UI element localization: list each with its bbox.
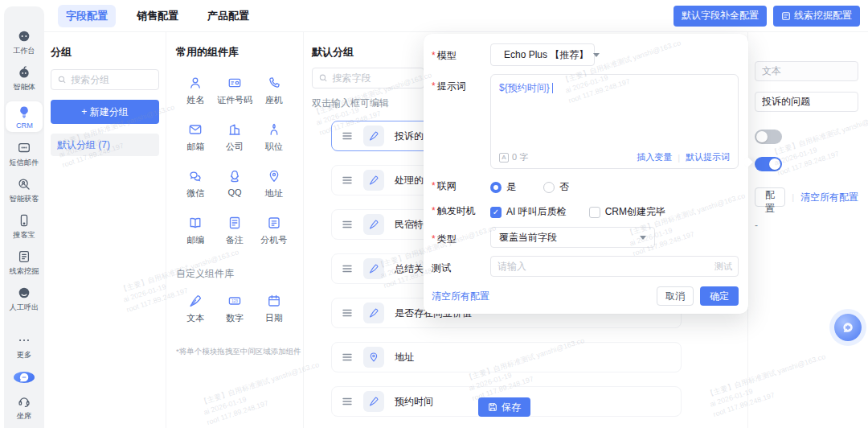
field-search-input[interactable] (332, 72, 417, 84)
component-note[interactable]: 备注 (215, 216, 255, 246)
lead-mining-config-button[interactable]: 线索挖掘配置 (773, 6, 860, 27)
tab-product-config[interactable]: 产品配置 (199, 5, 257, 27)
sidebar-item-more[interactable]: 更多 (6, 333, 43, 360)
char-count-icon: A (499, 153, 509, 163)
text-cursor (552, 83, 553, 93)
component-email[interactable]: 邮箱 (176, 122, 215, 153)
component-label: QQ (227, 187, 241, 197)
component-date[interactable]: 日期 (254, 294, 293, 324)
component-text[interactable]: 文本 (176, 294, 215, 324)
pen-icon (368, 130, 379, 142)
component-label: 文本 (186, 312, 204, 324)
network-row: *联网 是 否 (432, 177, 739, 194)
field-config-dialog: *模型 Echo Plus 【推荐】 *提示词 ${预约时间} A 0 字 插入… (424, 34, 748, 314)
type-select[interactable]: 覆盖当前字段 (490, 227, 655, 248)
drag-handle-icon[interactable] (342, 264, 353, 274)
dialog-clear-all-link[interactable]: 清空所有配置 (432, 290, 489, 303)
component-label: 邮箱 (186, 141, 204, 153)
sidebar-item-workbench[interactable]: 工作台 (6, 29, 43, 56)
component-address[interactable]: 地址 (254, 169, 293, 200)
test-input[interactable] (490, 256, 739, 277)
workbench-icon (17, 29, 31, 43)
field-detail-panel: 配置 | 清空所有配置 - (747, 32, 868, 428)
component-label: 座机 (265, 94, 283, 106)
component-idcard[interactable]: 证件号码 (215, 76, 255, 106)
toggle-off[interactable] (755, 130, 782, 144)
component-name[interactable]: 姓名 (176, 76, 215, 106)
sidebar-item-seat[interactable]: 坐席 (6, 394, 43, 422)
tab-field-config[interactable]: 字段配置 (58, 5, 116, 27)
component-landline[interactable]: 座机 (254, 76, 293, 106)
trigger-options: AI 呼叫后质检 CRM创建完毕 (490, 202, 665, 219)
trigger-option-ai-qc[interactable]: AI 呼叫后质检 (490, 205, 567, 219)
pen-icon (368, 175, 379, 186)
component-label: 公司 (226, 141, 244, 153)
drag-hint-text: *将单个模块拖拽至中间区域添加组件 (176, 347, 293, 357)
component-postcode[interactable]: 邮编 (176, 216, 215, 246)
custom-components-grid: 文本 123 数字 日期 (176, 294, 293, 324)
sidebar-item-soukebao[interactable]: 搜客宝 (6, 213, 43, 241)
toggle-on[interactable] (755, 157, 782, 171)
tab-sales-config[interactable]: 销售配置 (129, 5, 186, 27)
default-prompt-link[interactable]: 默认提示词 (686, 151, 730, 163)
component-label: 数字 (226, 312, 244, 324)
idcard-icon (227, 76, 242, 90)
save-button-label: 保存 (502, 401, 521, 414)
component-wechat[interactable]: 微信 (176, 169, 215, 200)
insert-variable-link[interactable]: 插入变量 (637, 151, 672, 163)
drag-handle-icon[interactable] (342, 175, 353, 185)
trigger-option-crm-created[interactable]: CRM创建完毕 (589, 205, 665, 219)
group-search-input[interactable] (71, 74, 152, 85)
component-label: 分机号 (260, 234, 287, 246)
test-action[interactable]: 测试 (714, 261, 732, 273)
configure-button[interactable]: 配置 (755, 187, 785, 207)
chevron-down-icon (640, 236, 646, 240)
new-group-button[interactable]: + 新建分组 (51, 100, 159, 124)
sidebar-item-callout[interactable]: 人工呼出 (6, 286, 43, 313)
sidebar-item-acquisition[interactable]: 智能获客 (6, 177, 43, 204)
prompt-textarea[interactable]: ${预约时间} A 0 字 插入变量 | 默认提示词 (490, 74, 739, 169)
model-label: *模型 (432, 43, 490, 66)
clear-all-config-link[interactable]: 清空所有配置 (800, 191, 858, 204)
field-row-address[interactable]: 地址 (331, 342, 682, 372)
group-item-default[interactable]: 默认分组 (7) (51, 134, 159, 156)
sidebar-item-agent[interactable]: 智能体 (6, 65, 43, 93)
field-search[interactable] (312, 68, 424, 88)
sidebar-item-crm[interactable]: CRM (6, 101, 43, 132)
sidebar-item-sms[interactable]: 短信邮件 (6, 141, 43, 168)
component-number[interactable]: 123 数字 (215, 294, 255, 324)
group-search[interactable] (51, 69, 159, 90)
chat-assistant-button[interactable] (14, 372, 35, 383)
model-select[interactable]: Echo Plus 【推荐】 (490, 43, 595, 66)
pen-icon (368, 396, 379, 407)
drag-handle-icon[interactable] (342, 220, 353, 229)
sidebar-label: 智能获客 (10, 194, 39, 204)
component-qq[interactable]: QQ (215, 169, 255, 200)
trigger-row: *触发时机 AI 呼叫后质检 CRM创建完毕 (432, 202, 739, 219)
agent-icon (17, 65, 31, 80)
field-name-input[interactable] (755, 92, 858, 112)
drag-handle-icon[interactable] (342, 352, 353, 362)
default-field-completion-button[interactable]: 默认字段补全配置 (674, 6, 767, 27)
save-button[interactable]: 保存 (478, 397, 530, 417)
search-icon (58, 75, 66, 84)
groups-panel-title: 分组 (51, 45, 159, 60)
network-option-no[interactable]: 否 (543, 180, 569, 194)
sidebar-item-mining[interactable]: 线索挖掘 (6, 249, 43, 277)
cancel-button[interactable]: 取消 (657, 286, 694, 306)
drag-handle-icon[interactable] (342, 397, 353, 406)
drag-handle-icon[interactable] (342, 308, 353, 318)
confirm-button[interactable]: 确定 (700, 286, 739, 306)
voice-assistant-fab[interactable] (834, 314, 862, 341)
component-company[interactable]: 公司 (215, 122, 255, 153)
position-badge-icon (267, 122, 281, 137)
network-option-yes[interactable]: 是 (490, 180, 516, 194)
pen-icon (368, 219, 379, 230)
postcode-book-icon (188, 216, 203, 230)
component-label: 职位 (265, 141, 283, 153)
field-type-chip (363, 391, 384, 412)
component-extension[interactable]: 分机号 (254, 216, 293, 246)
drag-handle-icon[interactable] (342, 131, 353, 141)
component-position[interactable]: 职位 (254, 122, 293, 153)
common-components-grid: 姓名 证件号码 座机 邮箱 公司 职位 (176, 76, 293, 246)
